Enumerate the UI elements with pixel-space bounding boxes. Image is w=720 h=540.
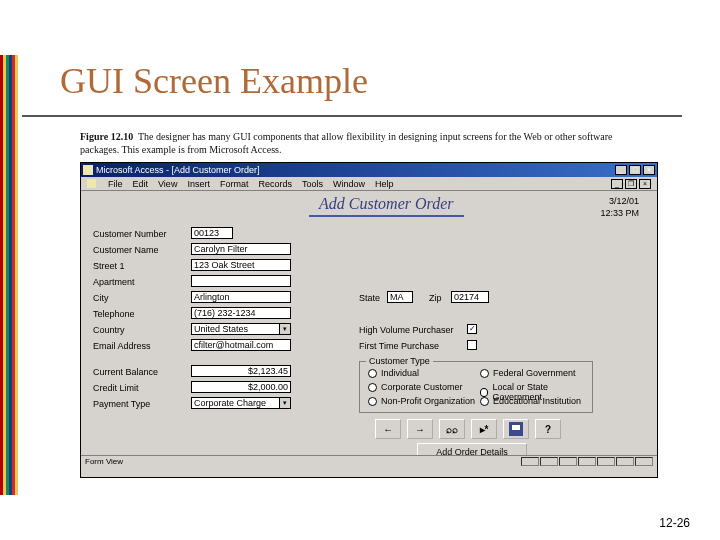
- apartment-label: Apartment: [93, 277, 135, 287]
- email-label: Email Address: [93, 341, 151, 351]
- city-label: City: [93, 293, 109, 303]
- radio-icon: [368, 383, 377, 392]
- street1-label: Street 1: [93, 261, 125, 271]
- status-cell: [540, 457, 558, 466]
- menu-records[interactable]: Records: [258, 179, 292, 189]
- credit-limit-label: Credit Limit: [93, 383, 139, 393]
- status-cell: [635, 457, 653, 466]
- menu-help[interactable]: Help: [375, 179, 394, 189]
- slide-accent-stripe: [0, 55, 18, 495]
- help-button[interactable]: ?: [535, 419, 561, 439]
- radio-icon: [368, 369, 377, 378]
- doc-icon: [87, 179, 96, 188]
- apartment-input[interactable]: [191, 275, 291, 287]
- menubar: File Edit View Insert Format Records Too…: [81, 177, 657, 191]
- window-title: Microsoft Access - [Add Customer Order]: [96, 165, 615, 175]
- status-cell: [559, 457, 577, 466]
- payment-type-label: Payment Type: [93, 399, 150, 409]
- maximize-button[interactable]: □: [629, 165, 641, 175]
- chevron-down-icon[interactable]: ▾: [279, 323, 291, 335]
- email-input[interactable]: cfilter@hotmail.com: [191, 339, 291, 351]
- state-label: State: [359, 293, 380, 303]
- time-label: 12:33 PM: [600, 207, 639, 219]
- close-button[interactable]: ×: [643, 165, 655, 175]
- menu-view[interactable]: View: [158, 179, 177, 189]
- menu-file[interactable]: File: [108, 179, 123, 189]
- radio-nonprofit[interactable]: Non-Profit Organization: [368, 396, 475, 406]
- country-combo[interactable]: United States ▾: [191, 323, 291, 335]
- find-button[interactable]: ⌕⌕: [439, 419, 465, 439]
- doc-close-button[interactable]: ×: [639, 179, 651, 189]
- country-label: Country: [93, 325, 125, 335]
- customer-name-label: Customer Name: [93, 245, 159, 255]
- title-rule: [22, 115, 682, 117]
- slide-title: GUI Screen Example: [60, 60, 368, 102]
- customer-name-input[interactable]: Carolyn Filter: [191, 243, 291, 255]
- zip-label: Zip: [429, 293, 442, 303]
- nav-next-button[interactable]: →: [407, 419, 433, 439]
- status-cell: [616, 457, 634, 466]
- zip-input[interactable]: 02174: [451, 291, 489, 303]
- radio-icon: [480, 397, 489, 406]
- menu-format[interactable]: Format: [220, 179, 249, 189]
- high-volume-checkbox[interactable]: ✓: [467, 324, 477, 334]
- save-button[interactable]: [503, 419, 529, 439]
- customer-number-input[interactable]: 00123: [191, 227, 233, 239]
- question-icon: ?: [545, 424, 551, 435]
- status-text: Form View: [85, 457, 123, 466]
- minimize-button[interactable]: _: [615, 165, 627, 175]
- customer-type-title: Customer Type: [366, 356, 433, 366]
- menu-window[interactable]: Window: [333, 179, 365, 189]
- menu-edit[interactable]: Edit: [133, 179, 149, 189]
- street1-input[interactable]: 123 Oak Street: [191, 259, 291, 271]
- menu-insert[interactable]: Insert: [187, 179, 210, 189]
- status-cell: [578, 457, 596, 466]
- customer-type-group: Customer Type Individual Corporate Custo…: [359, 361, 593, 413]
- country-value: United States: [191, 323, 279, 335]
- chevron-down-icon[interactable]: ▾: [279, 397, 291, 409]
- radio-corporate[interactable]: Corporate Customer: [368, 382, 463, 392]
- doc-restore-button[interactable]: ❐: [625, 179, 637, 189]
- save-icon: [509, 422, 523, 436]
- payment-type-value: Corporate Charge: [191, 397, 279, 409]
- date-time: 3/12/01 12:33 PM: [600, 195, 639, 219]
- page-number: 12-26: [659, 516, 690, 530]
- city-input[interactable]: Arlington: [191, 291, 291, 303]
- form-title: Add Customer Order: [309, 195, 464, 217]
- first-time-label: First Time Purchase: [359, 341, 439, 351]
- status-cell: [521, 457, 539, 466]
- date-label: 3/12/01: [600, 195, 639, 207]
- nav-toolbar: ← → ⌕⌕ ▸* ?: [375, 419, 561, 439]
- radio-icon: [480, 369, 489, 378]
- new-record-icon: ▸*: [480, 424, 489, 435]
- first-time-checkbox[interactable]: [467, 340, 477, 350]
- form-area: Add Customer Order 3/12/01 12:33 PM Cust…: [81, 191, 657, 467]
- doc-minimize-button[interactable]: _: [611, 179, 623, 189]
- state-input[interactable]: MA: [387, 291, 413, 303]
- figure-label: Figure 12.10: [80, 131, 133, 142]
- arrow-right-icon: →: [415, 424, 425, 435]
- credit-limit-input[interactable]: $2,000.00: [191, 381, 291, 393]
- current-balance-input[interactable]: $2,123.45: [191, 365, 291, 377]
- arrow-left-icon: ←: [383, 424, 393, 435]
- binoculars-icon: ⌕⌕: [446, 424, 458, 435]
- nav-prev-button[interactable]: ←: [375, 419, 401, 439]
- nav-new-button[interactable]: ▸*: [471, 419, 497, 439]
- status-cells: [521, 457, 653, 466]
- customer-number-label: Customer Number: [93, 229, 167, 239]
- radio-individual[interactable]: Individual: [368, 368, 419, 378]
- figure-text: The designer has many GUI components tha…: [80, 131, 612, 155]
- telephone-label: Telephone: [93, 309, 135, 319]
- titlebar: Microsoft Access - [Add Customer Order] …: [81, 163, 657, 177]
- figure-caption: Figure 12.10 The designer has many GUI c…: [80, 131, 640, 156]
- payment-type-combo[interactable]: Corporate Charge ▾: [191, 397, 291, 409]
- menu-tools[interactable]: Tools: [302, 179, 323, 189]
- radio-icon: [368, 397, 377, 406]
- radio-federal[interactable]: Federal Government: [480, 368, 576, 378]
- access-window: Microsoft Access - [Add Customer Order] …: [80, 162, 658, 478]
- status-cell: [597, 457, 615, 466]
- high-volume-label: High Volume Purchaser: [359, 325, 454, 335]
- radio-educational[interactable]: Educational Institution: [480, 396, 581, 406]
- telephone-input[interactable]: (716) 232-1234: [191, 307, 291, 319]
- app-icon: [83, 165, 93, 175]
